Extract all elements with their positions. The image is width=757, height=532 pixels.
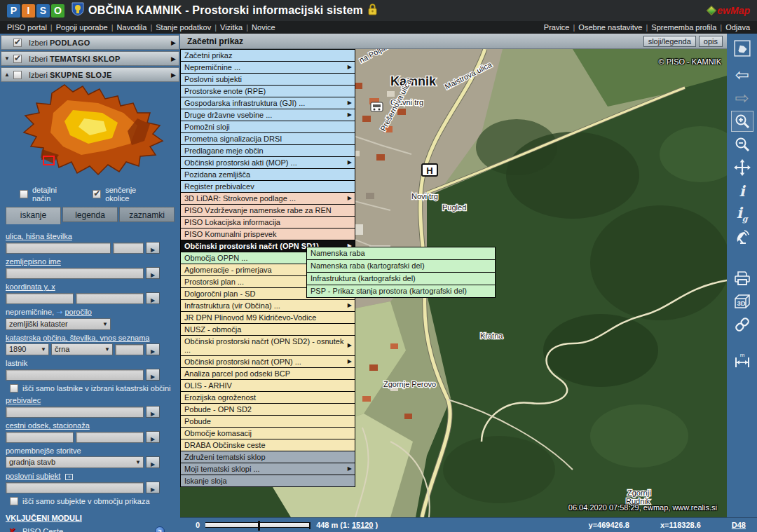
menu-item[interactable]: 3D LiDAR: Strokovne podlage ...▶ bbox=[180, 192, 355, 205]
menu-item[interactable]: Prostorske enote (RPE) bbox=[180, 85, 355, 97]
menu-item[interactable]: Pomožni sloji bbox=[180, 121, 355, 133]
menu-item[interactable]: Pobude bbox=[180, 415, 355, 428]
ulica-input[interactable] bbox=[6, 243, 111, 254]
expand-arrow-icon[interactable]: ▶ bbox=[171, 55, 176, 62]
menu-item[interactable]: JR DPN Plinovod M9 Kidričevo-Vodice bbox=[180, 311, 355, 324]
menu-item[interactable]: NUSZ - območja bbox=[180, 323, 355, 336]
koordinata-go-button[interactable] bbox=[146, 292, 160, 304]
measure-button[interactable]: m bbox=[731, 350, 753, 371]
menu-item[interactable]: Občinski prostorski načrt (OPN SD2) - os… bbox=[180, 335, 355, 356]
parcela-input[interactable] bbox=[115, 344, 144, 355]
submenu-item[interactable]: PSP - Prikaz stanja prostora (kartografs… bbox=[306, 285, 496, 298]
back-button[interactable]: ⇦ bbox=[731, 64, 753, 86]
porocilo-link[interactable]: poročilo bbox=[64, 308, 92, 316]
help-button[interactable]: ? bbox=[155, 526, 165, 532]
lastnik-input[interactable] bbox=[6, 369, 144, 381]
submenu-item[interactable]: Namenska raba (kartografski del) bbox=[306, 259, 496, 273]
zemljepisno-label[interactable]: zemljepisno ime bbox=[6, 257, 175, 266]
menu-item[interactable]: DRABA Občinske ceste bbox=[180, 439, 355, 451]
tab-iskanje[interactable]: iskanje bbox=[6, 207, 61, 224]
menu-item[interactable]: Združeni tematski sklop bbox=[180, 451, 355, 463]
kataster-select[interactable]: zemljiški kataster bbox=[6, 318, 111, 330]
3d-view-button[interactable]: 3D bbox=[731, 291, 753, 312]
stacionaza-input[interactable] bbox=[76, 432, 144, 443]
nav-link[interactable]: PISO portal bbox=[7, 23, 47, 32]
collapse-icon[interactable]: ▲ bbox=[4, 71, 13, 78]
prebivalec-go-button[interactable] bbox=[146, 406, 160, 418]
submenu-item[interactable]: Namenska raba bbox=[306, 247, 496, 260]
tab-legenda[interactable]: legenda bbox=[62, 207, 118, 222]
forward-button[interactable]: ⇨ bbox=[731, 88, 753, 109]
menu-item[interactable]: Infrastruktura (vir Občina) ...▶ bbox=[180, 299, 355, 312]
menu-item[interactable]: Register prebivalcev bbox=[180, 180, 355, 193]
zoom-in-button[interactable] bbox=[731, 111, 753, 132]
sencenje-checkbox[interactable] bbox=[93, 190, 101, 198]
expand-arrow-icon[interactable]: ▶ bbox=[171, 39, 176, 46]
gps-button[interactable] bbox=[731, 226, 753, 247]
zoom-out-button[interactable] bbox=[731, 134, 753, 155]
ulica-label[interactable]: ulica, hišna številka bbox=[6, 232, 175, 240]
scale-link[interactable]: 15120 bbox=[352, 521, 374, 529]
zemljepisno-input[interactable] bbox=[6, 268, 144, 279]
storitve-select[interactable]: gradnja stavb bbox=[6, 456, 144, 468]
poslovni-go-button[interactable] bbox=[146, 482, 160, 493]
menu-item[interactable]: Predlagane meje občin bbox=[180, 144, 355, 157]
sloji-legenda-button[interactable]: sloji/legenda bbox=[643, 36, 696, 47]
expand-arrow-icon[interactable]: ▶ bbox=[171, 71, 176, 79]
menu-item[interactable]: Občinski prostorski načrt (OPN) ...▶ bbox=[180, 355, 355, 368]
prebivalec-input[interactable] bbox=[6, 407, 144, 418]
cestni-label[interactable]: cestni odsek, stacionaža bbox=[6, 421, 175, 430]
nav-link[interactable]: Pravice bbox=[544, 23, 570, 32]
tab-zaznamki[interactable]: zaznamki bbox=[119, 207, 175, 222]
ulica-go-button[interactable] bbox=[146, 242, 160, 254]
menu-item[interactable]: PISO Lokacijska informacija bbox=[180, 216, 355, 229]
ko-name-select[interactable]: črna bbox=[51, 343, 113, 355]
nav-link[interactable]: Vizitka bbox=[220, 23, 243, 32]
nav-link[interactable]: Novice bbox=[252, 23, 275, 32]
poslovni-checkbox[interactable] bbox=[10, 497, 18, 505]
nav-link[interactable]: Odjava bbox=[725, 23, 750, 32]
submenu-item[interactable]: Infrastruktura (kartografski del) bbox=[306, 272, 496, 285]
full-extent-button[interactable] bbox=[731, 38, 753, 59]
menu-item[interactable]: Pobude - OPN SD2 bbox=[180, 403, 355, 416]
opis-button[interactable]: opis bbox=[699, 36, 723, 47]
nav-link[interactable]: Pogoji uporabe bbox=[56, 23, 108, 32]
lastnik-checkbox[interactable] bbox=[10, 384, 18, 393]
datum-link[interactable]: D48 bbox=[732, 521, 746, 529]
menu-item[interactable]: Druge državne vsebine ...▶ bbox=[180, 109, 355, 121]
koordinata-x-input[interactable] bbox=[76, 293, 144, 304]
parcela-go-button[interactable] bbox=[146, 343, 160, 355]
accordion-checkbox[interactable] bbox=[13, 55, 22, 63]
nav-link[interactable]: Navodila bbox=[117, 23, 147, 32]
accordion-tematski-sklop[interactable]: ▼Izberi TEMATSKI SKLOP▶ bbox=[1, 51, 179, 66]
accordion-skupne-sloje[interactable]: ▲Izberi SKUPNE SLOJE▶ bbox=[1, 67, 179, 82]
menu-item[interactable]: Moji tematski sklopi ...▶ bbox=[180, 463, 355, 475]
menu-item[interactable]: Erozijska ogroženost bbox=[180, 391, 355, 404]
nav-link[interactable]: Osebne nastavitve bbox=[578, 23, 642, 32]
menu-item[interactable]: OLIS - ARHIV bbox=[180, 379, 355, 392]
accordion-podlago[interactable]: Izberi PODLAGO▶ bbox=[1, 35, 179, 50]
poslovni-input[interactable] bbox=[6, 482, 144, 493]
lastnik-go-button[interactable] bbox=[146, 369, 160, 381]
identify-button[interactable]: i bbox=[731, 180, 753, 201]
menu-item[interactable]: Nepremičnine ...▶ bbox=[180, 61, 355, 74]
koordinata-label[interactable]: koordinata y, x bbox=[6, 282, 175, 291]
print-button[interactable] bbox=[731, 268, 753, 289]
menu-item[interactable]: Poslovni subjekti bbox=[180, 73, 355, 86]
terrain-minimap[interactable] bbox=[0, 82, 180, 184]
collapse-icon[interactable]: ▼ bbox=[4, 55, 13, 62]
katastrska-label[interactable]: katastrska občina, številka, vnos seznam… bbox=[6, 334, 175, 342]
nav-link[interactable]: Sprememba profila bbox=[651, 23, 716, 32]
menu-item[interactable]: Občinski prostorski akti (MOP) ...▶ bbox=[180, 156, 355, 169]
nav-link[interactable]: Stanje podatkov bbox=[156, 23, 211, 32]
prebivalec-label[interactable]: prebivalec bbox=[6, 396, 175, 404]
accordion-checkbox[interactable] bbox=[13, 71, 22, 79]
cestni-go-button[interactable] bbox=[146, 431, 160, 443]
menu-item[interactable]: Analiza parcel pod odseki BCP bbox=[180, 367, 355, 380]
share-link-button[interactable] bbox=[731, 314, 753, 335]
hisna-input[interactable] bbox=[113, 243, 144, 254]
koordinata-y-input[interactable] bbox=[6, 293, 74, 304]
zemljepisno-go-button[interactable] bbox=[146, 267, 160, 279]
expand-info-icon[interactable]: + bbox=[65, 474, 73, 480]
cestni-odsek-input[interactable] bbox=[6, 432, 74, 443]
